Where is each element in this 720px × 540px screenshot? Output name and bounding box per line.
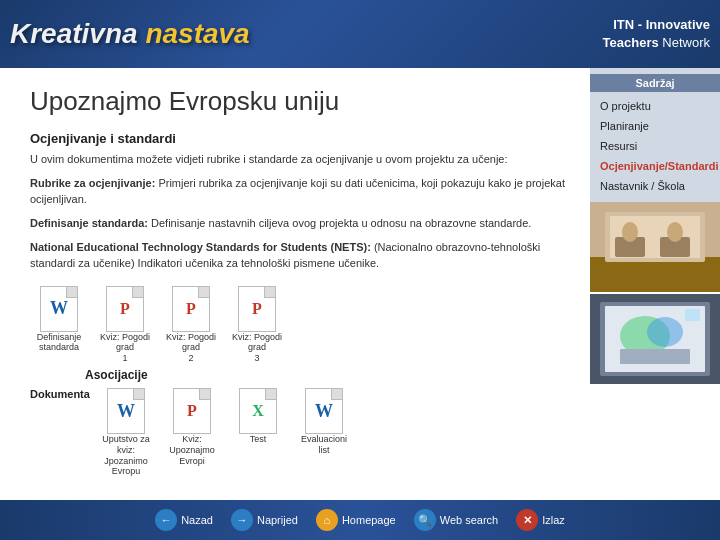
doc-item-upoznajmo[interactable]: P Kviz: UpoznajmoEvropi [163, 388, 221, 466]
nets-label: National Educational Technology Standard… [30, 241, 371, 253]
homepage-label: Homepage [342, 514, 396, 526]
svg-rect-1 [590, 257, 720, 292]
photo-map [590, 294, 720, 384]
dokumenta-label: Dokumenta [30, 388, 85, 400]
sidebar-item-o-projektu[interactable]: O projektu [590, 96, 720, 116]
rubrike-label: Rubrike za ocjenjivanje: [30, 177, 155, 189]
ppt-icon-2: P [172, 286, 210, 332]
nazad-label: Nazad [181, 514, 213, 526]
app-logo: Kreativna nastava [10, 18, 250, 50]
logo-text: Kreativna nastava [10, 18, 250, 50]
intro-text: U ovim dokumentima možete vidjeti rubrik… [30, 152, 570, 168]
main-content: Upoznajmo Evropsku uniju Ocjenjivanje i … [0, 68, 720, 500]
websearch-button[interactable]: 🔍 Web search [408, 506, 505, 534]
definisanje-label: Definisanje standarda: [30, 217, 148, 229]
svg-point-7 [667, 222, 683, 242]
homepage-button[interactable]: ⌂ Homepage [310, 506, 402, 534]
ppt-icon-3: P [238, 286, 276, 332]
izlaz-button[interactable]: ✕ Izlaz [510, 506, 571, 534]
ppt-icon-1: P [106, 286, 144, 332]
naprijed-icon: → [231, 509, 253, 531]
sidebar-item-ocjenjivanje[interactable]: Ocjenjivanje/Standardi [590, 156, 720, 176]
sadrzaj-header: Sadržaj [590, 74, 720, 92]
itn-logo: ITN - Innovative Teachers Network [603, 16, 710, 52]
nets-text: National Educational Technology Standard… [30, 240, 570, 272]
sidebar-nav: Sadržaj O projektu Planiranje Resursi Oc… [590, 68, 720, 202]
sidebar-photos [590, 202, 720, 384]
word-icon-evaluacioni: W [305, 388, 343, 434]
doc-item-evaluacioni[interactable]: W Evaluacioni list [295, 388, 353, 456]
websearch-label: Web search [440, 514, 499, 526]
app-header: Kreativna nastava ITN - Innovative Teach… [0, 0, 720, 68]
word-icon-uputstvo: W [107, 388, 145, 434]
homepage-icon: ⌂ [316, 509, 338, 531]
websearch-icon: 🔍 [414, 509, 436, 531]
doc-item-kviz3[interactable]: P Kviz: Pogodi grad3 [228, 286, 286, 364]
sidebar: Sadržaj O projektu Planiranje Resursi Oc… [590, 68, 720, 500]
nazad-icon: ← [155, 509, 177, 531]
section-title: Ocjenjivanje i standardi [30, 131, 570, 146]
izlaz-label: Izlaz [542, 514, 565, 526]
doc-item-uputstvo[interactable]: W Uputstvo za kviz:Jpozanimo Evropu [97, 388, 155, 477]
doc-item-definisanje[interactable]: W Definisanjestandarda [30, 286, 88, 354]
content-area: Upoznajmo Evropsku uniju Ocjenjivanje i … [0, 68, 590, 500]
asocijacije-section: W Definisanjestandarda P Kviz: Pogodi gr… [30, 286, 570, 382]
photo-map-svg [590, 294, 720, 384]
sidebar-item-planiranje[interactable]: Planiranje [590, 116, 720, 136]
doc-item-test[interactable]: X Test [229, 388, 287, 445]
page-title: Upoznajmo Evropsku uniju [30, 86, 570, 117]
sidebar-item-resursi[interactable]: Resursi [590, 136, 720, 156]
word-icon: W [40, 286, 78, 332]
sidebar-item-nastavnik[interactable]: Nastavnik / Škola [590, 176, 720, 196]
svg-rect-13 [620, 349, 690, 364]
naprijed-button[interactable]: → Naprijed [225, 506, 304, 534]
photo-classroom [590, 202, 720, 292]
svg-point-12 [647, 317, 683, 347]
rubrike-text: Rubrike za ocjenjivanje: Primjeri rubrik… [30, 176, 570, 208]
izlaz-icon: ✕ [516, 509, 538, 531]
svg-point-6 [622, 222, 638, 242]
svg-rect-14 [685, 309, 700, 321]
footer-nav: ← Nazad → Naprijed ⌂ Homepage 🔍 Web sear… [0, 500, 720, 540]
doc-item-kviz2[interactable]: P Kviz: Pogodi grad2 [162, 286, 220, 364]
xls-icon-test: X [239, 388, 277, 434]
naprijed-label: Naprijed [257, 514, 298, 526]
itn-title: ITN - Innovative [603, 16, 710, 34]
definisanje-desc: Definisanje nastavnih ciljeva ovog proje… [151, 217, 531, 229]
nazad-button[interactable]: ← Nazad [149, 506, 219, 534]
doc-item-kviz1[interactable]: P Kviz: Pogodi grad1 [96, 286, 154, 364]
itn-subtitle: Teachers Network [603, 34, 710, 52]
definisanje-text: Definisanje standarda: Definisanje nasta… [30, 216, 570, 232]
asocijacije-label: Asocijacije [85, 368, 570, 382]
photo-classroom-svg [590, 202, 720, 292]
ppt-icon-upoznajmo: P [173, 388, 211, 434]
